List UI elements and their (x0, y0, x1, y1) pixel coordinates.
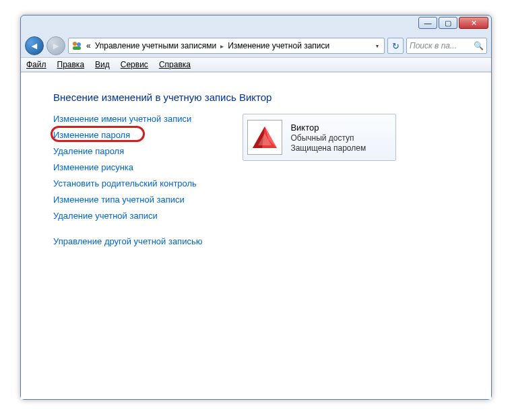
titlebar: — ▢ ✕ (21, 15, 491, 34)
action-link-list: Изменение имени учетной записи Изменение… (53, 114, 202, 246)
menu-view[interactable]: Вид (95, 60, 110, 69)
page-title: Внесение изменений в учетную запись Викт… (53, 92, 478, 103)
close-button[interactable]: ✕ (459, 17, 488, 29)
link-change-password[interactable]: Изменение пароля (53, 130, 202, 140)
svg-point-0 (73, 42, 77, 46)
link-delete-account[interactable]: Удаление учетной записи (53, 211, 202, 221)
svg-rect-2 (73, 46, 81, 50)
user-role: Обычный доступ (290, 133, 366, 143)
avatar (247, 120, 282, 155)
search-icon: 🔍 (474, 41, 484, 50)
menu-tools[interactable]: Сервис (121, 60, 148, 69)
link-remove-password[interactable]: Удаление пароля (53, 146, 202, 156)
content-area: Внесение изменений в учетную запись Викт… (21, 72, 491, 399)
breadcrumb-seg-2[interactable]: Изменение учетной записи (228, 41, 329, 50)
maximize-button[interactable]: ▢ (439, 17, 457, 29)
origami-bird-icon (249, 121, 281, 153)
menu-edit[interactable]: Правка (57, 60, 85, 69)
breadcrumb-sep-icon: ▸ (220, 42, 224, 50)
forward-button[interactable]: ► (46, 36, 65, 55)
user-protection: Защищена паролем (290, 143, 366, 153)
menu-bar: Файл Правка Вид Сервис Справка (21, 57, 491, 72)
user-card: Виктор Обычный доступ Защищена паролем (243, 114, 396, 161)
search-placeholder: Поиск в па... (410, 41, 457, 50)
link-change-type[interactable]: Изменение типа учетной записи (53, 195, 202, 205)
refresh-button[interactable]: ↻ (387, 38, 404, 54)
back-button[interactable]: ◄ (25, 36, 44, 55)
user-info: Виктор Обычный доступ Защищена паролем (290, 123, 366, 153)
menu-file[interactable]: Файл (26, 60, 46, 69)
link-manage-other[interactable]: Управление другой учетной записью (53, 236, 202, 246)
link-change-name[interactable]: Изменение имени учетной записи (53, 114, 202, 124)
breadcrumb-chevrons: « (86, 41, 91, 50)
menu-help[interactable]: Справка (159, 60, 191, 69)
address-bar[interactable]: « Управление учетными записями ▸ Изменен… (68, 38, 385, 54)
link-change-picture[interactable]: Изменение рисунка (53, 162, 202, 172)
nav-row: ◄ ► « Управление учетными записями ▸ Изм… (21, 34, 491, 57)
explorer-window: — ▢ ✕ ◄ ► « Управление учетными записями… (20, 15, 492, 400)
user-name: Виктор (290, 123, 366, 133)
breadcrumb-seg-1[interactable]: Управление учетными записями (95, 41, 216, 50)
svg-point-1 (77, 42, 81, 46)
search-input[interactable]: Поиск в па... 🔍 (406, 38, 487, 54)
minimize-button[interactable]: — (418, 17, 437, 29)
address-dropdown-icon[interactable]: ▾ (373, 43, 381, 49)
link-parental-control[interactable]: Установить родительский контроль (53, 178, 202, 188)
accounts-icon (71, 40, 82, 51)
